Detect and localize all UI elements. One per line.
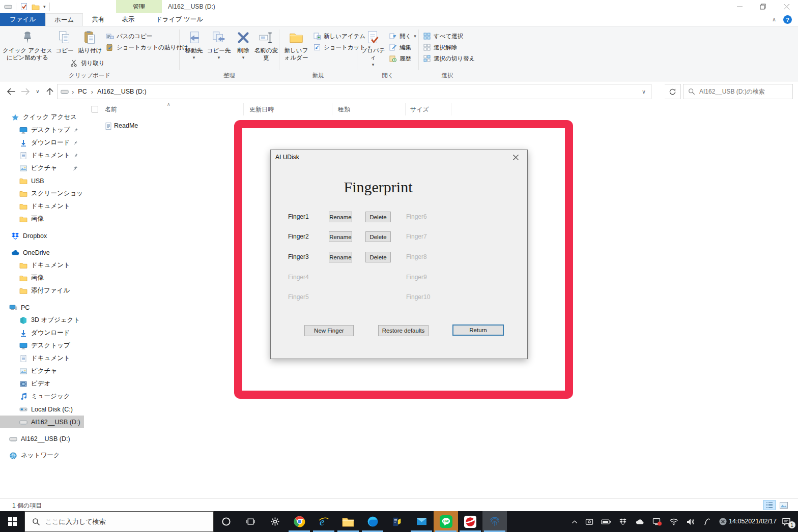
search-input[interactable] — [699, 88, 776, 95]
new-folder-icon[interactable] — [32, 4, 40, 10]
thumbnail-view-toggle[interactable] — [778, 500, 790, 510]
copy-to-button[interactable]: コピー先 ▾ — [206, 28, 232, 60]
sidebar-item-documents-folder[interactable]: ドキュメント — [0, 200, 84, 213]
internet-explorer-icon[interactable]: e — [311, 511, 336, 532]
sidebar-item-network[interactable]: ネットワーク — [0, 449, 84, 462]
select-all-button[interactable]: すべて選択 — [423, 31, 463, 41]
sidebar-item-onedrive-images[interactable]: 画像 — [0, 272, 84, 284]
restore-defaults-button[interactable]: Restore defaults — [378, 325, 429, 336]
sidebar-item-pc-videos[interactable]: ビデオ — [0, 377, 84, 390]
show-hidden-icons-button[interactable] — [568, 511, 581, 532]
new-finger-button[interactable]: New Finger — [304, 325, 354, 336]
column-header-size[interactable]: サイズ — [410, 105, 429, 114]
paste-button[interactable]: 貼り付け — [76, 28, 104, 54]
chrome-icon[interactable] — [287, 511, 311, 532]
rename-finger3-button[interactable]: Rename — [329, 252, 352, 262]
move-to-button[interactable]: 移動先 ▾ — [182, 28, 206, 60]
cut-button[interactable]: 切り取り — [70, 58, 105, 68]
history-button[interactable]: 履歴 — [389, 53, 411, 64]
delete-finger1-button[interactable]: Delete — [365, 212, 391, 222]
copy-button[interactable]: コピー — [53, 28, 76, 54]
sidebar-item-pictures[interactable]: ピクチャ — [0, 162, 84, 174]
recent-locations-icon[interactable]: ∨ — [33, 84, 43, 99]
delete-button[interactable]: 削除 ▾ — [233, 28, 254, 60]
refresh-button[interactable] — [665, 84, 681, 99]
volume-icon[interactable] — [682, 511, 699, 532]
sidebar-item-pc-documents[interactable]: ドキュメント — [0, 352, 84, 365]
edit-button[interactable]: 編集 — [389, 42, 411, 52]
return-button[interactable]: Return — [452, 324, 504, 336]
column-header-date[interactable]: 更新日時 — [249, 105, 274, 114]
breadcrumb-drive[interactable]: AI162__USB (D:) — [96, 88, 148, 95]
search-box[interactable] — [683, 84, 793, 99]
sidebar-item-desktop[interactable]: デスクトップ — [0, 124, 84, 136]
address-box[interactable]: › PC › AI162__USB (D:) ∨ — [57, 84, 651, 99]
open-button[interactable]: 開く ▾ — [389, 31, 416, 41]
dialog-title-bar[interactable]: AI UDisk — [271, 150, 527, 164]
edge-icon[interactable] — [360, 511, 385, 532]
notes-app-icon[interactable] — [385, 511, 409, 532]
sidebar-item-local-disk-c[interactable]: Local Disk (C:) — [0, 403, 84, 416]
sidebar-item-dropbox[interactable]: Dropbox — [0, 229, 84, 242]
task-view-button[interactable] — [238, 511, 263, 532]
pin-to-quick-access-button[interactable]: クイック アクセスにピン留めする — [2, 28, 53, 61]
copy-path-button[interactable]: パスのコピー — [106, 31, 152, 41]
sidebar-item-quick-access[interactable]: クイック アクセス — [0, 111, 84, 124]
sidebar-item-images-folder[interactable]: 画像 — [0, 213, 84, 225]
settings-gear-icon[interactable] — [263, 511, 287, 532]
tab-home[interactable]: ホーム — [45, 13, 83, 26]
close-button[interactable] — [775, 0, 798, 13]
qat-dropdown-icon[interactable]: ▾ — [43, 5, 46, 9]
dialog-close-button[interactable] — [504, 150, 527, 164]
file-explorer-icon[interactable] — [336, 511, 360, 532]
new-folder-button[interactable]: 新しいフォルダー — [281, 28, 311, 61]
security-alert-icon[interactable] — [648, 511, 666, 532]
tab-file[interactable]: ファイル — [0, 13, 45, 26]
line-app-icon[interactable]: LINE — [434, 511, 458, 532]
column-header-type[interactable]: 種類 — [338, 105, 350, 114]
up-button[interactable] — [43, 84, 57, 99]
sidebar-item-pc-music[interactable]: ミュージック — [0, 390, 84, 403]
delete-finger2-button[interactable]: Delete — [365, 231, 391, 242]
sidebar-item-pc-downloads[interactable]: ダウンロード — [0, 327, 84, 339]
rename-finger1-button[interactable]: Rename — [329, 212, 352, 222]
rename-button[interactable]: 名前の変更 — [254, 28, 278, 61]
help-icon[interactable]: ? — [783, 15, 792, 24]
column-header-name[interactable]: 名前 — [105, 105, 117, 114]
tab-share[interactable]: 共有 — [83, 13, 113, 26]
delete-finger3-button[interactable]: Delete — [365, 252, 391, 262]
sidebar-item-usb-folder[interactable]: USB — [0, 174, 84, 187]
sidebar-item-3d-objects[interactable]: 3D オブジェクト — [0, 314, 84, 327]
tab-drive-tools[interactable]: ドライブ ツール — [147, 13, 212, 26]
address-dropdown-icon[interactable]: ∨ — [642, 88, 648, 95]
start-button[interactable] — [0, 511, 24, 532]
taskbar-search[interactable] — [24, 511, 214, 532]
select-none-button[interactable]: 選択解除 — [423, 42, 457, 52]
sidebar-item-pc-pictures[interactable]: ピクチャ — [0, 365, 84, 377]
rename-finger2-button[interactable]: Rename — [329, 231, 352, 242]
forward-button[interactable] — [18, 84, 33, 99]
sidebar-item-usb-drive-root[interactable]: AI162__USB (D:) — [0, 432, 84, 445]
cortana-button[interactable] — [214, 511, 238, 532]
taskbar-search-input[interactable] — [45, 518, 188, 525]
sidebar-item-pc[interactable]: PC — [0, 301, 84, 314]
sidebar-item-screenshots-folder[interactable]: スクリーンショット — [0, 187, 84, 200]
paste-shortcut-button[interactable]: ショートカットの貼り付け — [106, 42, 188, 52]
minimize-button[interactable] — [728, 0, 751, 13]
sidebar-item-usb-drive-selected[interactable]: AI162__USB (D:) — [0, 416, 84, 428]
context-tab-manage[interactable]: 管理 — [116, 0, 162, 13]
breadcrumb-pc[interactable]: PC — [77, 88, 88, 95]
onedrive-tray-icon[interactable] — [631, 511, 648, 532]
taskbar-clock[interactable]: 14:05 2021/02/17 — [731, 511, 775, 532]
tab-view[interactable]: 表示 — [113, 13, 143, 26]
windows-ink-pen-icon[interactable] — [699, 511, 715, 532]
properties-button[interactable]: プロパティ ▾ — [359, 28, 387, 67]
collapse-ribbon-icon[interactable]: ∧ — [772, 16, 776, 23]
mail-icon[interactable] — [409, 511, 434, 532]
sidebar-item-onedrive-documents[interactable]: ドキュメント — [0, 259, 84, 272]
trend-micro-icon[interactable] — [458, 511, 482, 532]
select-all-checkbox[interactable] — [92, 106, 98, 112]
sidebar-item-documents[interactable]: ドキュメント — [0, 149, 84, 162]
restore-button[interactable] — [751, 0, 775, 13]
wifi-icon[interactable] — [666, 511, 682, 532]
